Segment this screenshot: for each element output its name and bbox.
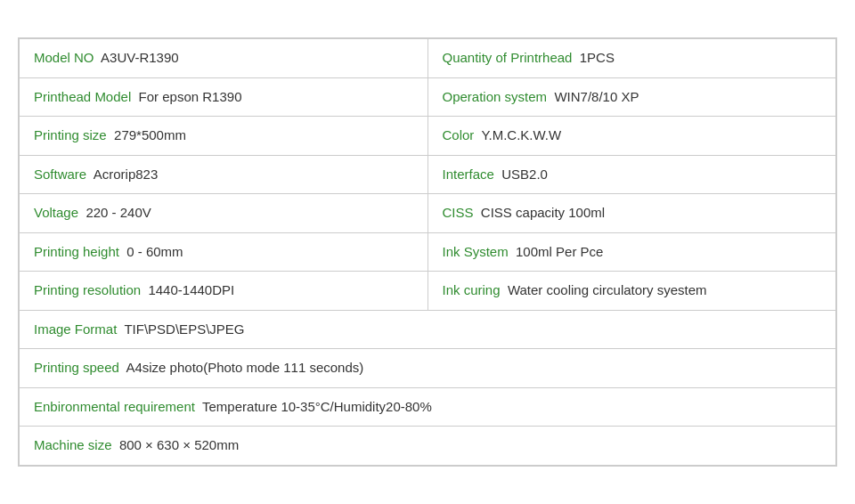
left-cell: Software Acrorip823 bbox=[20, 155, 428, 194]
table-row: Image Format TIF\PSD\EPS\JPEG bbox=[20, 310, 836, 349]
table-row: Enbironmental requirement Temperature 10… bbox=[20, 387, 836, 427]
right-value: USB2.0 bbox=[501, 167, 548, 182]
right-cell: Quantity of Printrhead 1PCS bbox=[428, 39, 836, 78]
table-row: Printing speed A4size photo(Photo mode 1… bbox=[20, 349, 836, 388]
full-value: TIF\PSD\EPS\JPEG bbox=[124, 321, 244, 337]
full-cell: Printing speed A4size photo(Photo mode 1… bbox=[20, 349, 836, 388]
right-label: Color bbox=[443, 127, 475, 142]
right-cell: Interface USB2.0 bbox=[428, 155, 836, 194]
full-cell: Image Format TIF\PSD\EPS\JPEG bbox=[20, 310, 836, 349]
right-label: Quantity of Printrhead bbox=[443, 50, 573, 65]
left-value: 279*500mm bbox=[114, 127, 186, 142]
full-value: A4size photo(Photo mode 111 seconds) bbox=[126, 360, 363, 375]
left-label: Printing size bbox=[34, 127, 107, 142]
table-row: Printing height 0 - 60mmInk System 100ml… bbox=[20, 232, 836, 272]
full-label: Image Format bbox=[34, 321, 117, 337]
right-cell: Operation system WIN7/8/10 XP bbox=[428, 77, 836, 117]
full-label: Machine size bbox=[34, 437, 112, 452]
left-label: Printhead Model bbox=[34, 89, 131, 104]
left-cell: Printing resolution 1440-1440DPI bbox=[20, 272, 428, 311]
full-label: Printing speed bbox=[34, 360, 119, 375]
left-value: 1440-1440DPI bbox=[148, 282, 234, 297]
table-row: Printing size 279*500mmColor Y.M.C.K.W.W bbox=[20, 117, 836, 156]
full-value: 800 × 630 × 520mm bbox=[119, 437, 239, 452]
full-value: Temperature 10-35°C/Humidity20-80% bbox=[202, 399, 432, 414]
left-cell: Printing size 279*500mm bbox=[20, 117, 428, 156]
right-label: Ink curing bbox=[443, 282, 501, 297]
table-row: Voltage 220 - 240VCISS CISS capacity 100… bbox=[20, 194, 836, 233]
left-label: Printing resolution bbox=[34, 282, 141, 297]
left-cell: Printing height 0 - 60mm bbox=[20, 232, 428, 272]
table-row: Printhead Model For epson R1390Operation… bbox=[20, 77, 836, 117]
right-cell: Color Y.M.C.K.W.W bbox=[428, 117, 836, 156]
full-cell: Enbironmental requirement Temperature 10… bbox=[20, 387, 836, 427]
left-value: 0 - 60mm bbox=[126, 244, 183, 259]
full-label: Enbironmental requirement bbox=[34, 399, 195, 414]
right-label: CISS bbox=[443, 205, 474, 220]
left-value: Acrorip823 bbox=[94, 167, 159, 182]
left-cell: Voltage 220 - 240V bbox=[20, 194, 428, 233]
left-label: Software bbox=[34, 167, 86, 182]
table-row: Model NO A3UV-R1390Quantity of Printrhea… bbox=[20, 39, 836, 78]
left-label: Voltage bbox=[34, 205, 78, 220]
right-value: 100ml Per Pce bbox=[516, 244, 603, 259]
right-label: Interface bbox=[443, 167, 494, 182]
left-label: Model NO bbox=[34, 50, 94, 65]
right-label: Ink System bbox=[443, 244, 509, 259]
right-cell: Ink curing Water cooling circulatory sye… bbox=[428, 272, 836, 311]
spec-table: Model NO A3UV-R1390Quantity of Printrhea… bbox=[18, 37, 837, 467]
right-cell: CISS CISS capacity 100ml bbox=[428, 194, 836, 233]
right-cell: Ink System 100ml Per Pce bbox=[428, 232, 836, 272]
table-row: Printing resolution 1440-1440DPIInk curi… bbox=[20, 272, 836, 311]
full-cell: Machine size 800 × 630 × 520mm bbox=[20, 427, 836, 466]
left-label: Printing height bbox=[34, 244, 119, 259]
right-value: CISS capacity 100ml bbox=[481, 205, 605, 220]
right-value: Y.M.C.K.W.W bbox=[481, 127, 561, 142]
table-row: Machine size 800 × 630 × 520mm bbox=[20, 427, 836, 466]
left-value: For epson R1390 bbox=[139, 89, 242, 104]
table-row: Software Acrorip823Interface USB2.0 bbox=[20, 155, 836, 194]
right-label: Operation system bbox=[443, 89, 548, 104]
left-cell: Model NO A3UV-R1390 bbox=[20, 39, 428, 78]
right-value: Water cooling circulatory syestem bbox=[508, 282, 707, 297]
left-value: A3UV-R1390 bbox=[101, 50, 179, 65]
left-value: 220 - 240V bbox=[86, 205, 151, 220]
right-value: 1PCS bbox=[580, 50, 615, 65]
left-cell: Printhead Model For epson R1390 bbox=[20, 77, 428, 117]
right-value: WIN7/8/10 XP bbox=[554, 89, 639, 104]
